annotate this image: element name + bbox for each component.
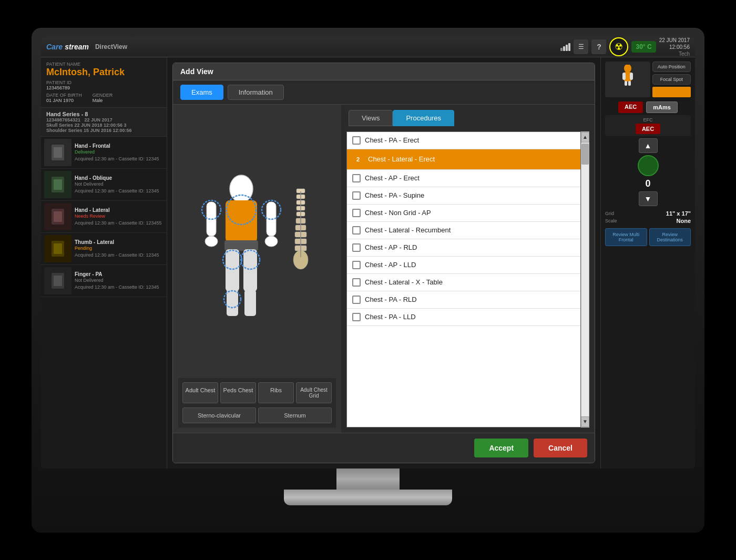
list-item[interactable]: Finger - PA Not Delivered Acquired 12:30… bbox=[41, 265, 167, 297]
monitor: Carestream DirectView ☰ ? ☢ 30° C 22 JUN… bbox=[32, 28, 704, 533]
list-item[interactable]: Chest - Lateral - X - Table bbox=[347, 274, 580, 291]
svg-rect-42 bbox=[630, 73, 633, 80]
list-checkbox[interactable] bbox=[352, 191, 361, 200]
list-item[interactable]: Hand - Lateral Needs Review Acquired 12:… bbox=[41, 201, 167, 233]
btn-peds-chest[interactable]: Peds Chest bbox=[220, 382, 256, 403]
tab-procedures[interactable]: Procedures bbox=[393, 110, 454, 126]
svg-rect-9 bbox=[54, 276, 62, 286]
focal-spot-button[interactable]: Focal Spot bbox=[652, 74, 691, 85]
logo-care: Care bbox=[46, 43, 63, 51]
procedure-list[interactable]: Chest - PA - Erect 2 Chest - Lateral - E… bbox=[346, 131, 581, 427]
down-arrow-button[interactable]: ▼ bbox=[639, 191, 658, 206]
list-checkbox[interactable] bbox=[352, 296, 361, 304]
series-header: Hand Series - 8 1234987654321 22 JUN 201… bbox=[41, 108, 167, 137]
list-item[interactable]: Chest - PA - LLD bbox=[347, 309, 580, 326]
patient-info: Patient Name McIntosh, Patrick Patient I… bbox=[41, 57, 167, 108]
list-item[interactable]: Chest - Non Grid - AP bbox=[347, 205, 580, 222]
svg-rect-5 bbox=[54, 211, 62, 222]
btn-adult-chest[interactable]: Adult Chest bbox=[182, 382, 218, 403]
list-panel: Views Procedures Chest - PA - Erect bbox=[341, 105, 595, 433]
accept-button[interactable]: Accept bbox=[474, 439, 528, 457]
list-checkbox[interactable] bbox=[352, 226, 361, 235]
temperature-display: 30° C bbox=[631, 41, 656, 53]
list-item[interactable]: Chest - PA - RLD bbox=[347, 291, 580, 309]
thumbnail-image bbox=[44, 171, 71, 198]
mams-button[interactable]: mAms bbox=[646, 101, 678, 113]
radiation-icon: ☢ bbox=[609, 37, 628, 56]
help-icon[interactable]: ? bbox=[591, 39, 606, 54]
add-view-dialog: Add View Exams Information bbox=[172, 63, 595, 463]
tab-information[interactable]: Information bbox=[228, 85, 284, 100]
patient-id: 123456789 bbox=[46, 85, 71, 90]
right-panel: Auto Position Focal Spot AEC mAms EFC AE… bbox=[600, 57, 695, 469]
list-checkbox[interactable] bbox=[352, 313, 361, 321]
thumbnail-image bbox=[44, 267, 71, 294]
signal-icon bbox=[560, 43, 570, 51]
cancel-button[interactable]: Cancel bbox=[534, 439, 587, 457]
tab-views[interactable]: Views bbox=[349, 110, 393, 126]
btn-sterno-clavicular[interactable]: Sterno-clavicular bbox=[182, 408, 256, 423]
gender-label: Gender bbox=[93, 93, 113, 98]
item-label: Chest - AP - RLD bbox=[365, 243, 575, 251]
list-scrollbar[interactable]: ▲ ▼ bbox=[581, 131, 589, 427]
scroll-down-arrow[interactable]: ▼ bbox=[581, 416, 589, 427]
list-item[interactable]: Chest - PA - Erect bbox=[347, 132, 580, 149]
center-area: Add View Exams Information bbox=[167, 57, 600, 469]
list-item[interactable]: Thumb - Lateral Pending Acquired 12:30 a… bbox=[41, 233, 167, 265]
list-item[interactable]: Hand - Oblique Not Delivered Acquired 12… bbox=[41, 169, 167, 201]
item-label: Chest - Non Grid - AP bbox=[365, 209, 575, 217]
list-checkbox[interactable] bbox=[352, 261, 361, 269]
monitor-stand-neck bbox=[336, 469, 400, 490]
aec-button[interactable]: AEC bbox=[618, 101, 643, 113]
thumbnail-meta: Finger - PA Not Delivered Acquired 12:30… bbox=[75, 271, 163, 290]
list-item[interactable]: Chest - AP - LLD bbox=[347, 257, 580, 274]
svg-rect-3 bbox=[54, 179, 62, 190]
sidebar: Patient Name McIntosh, Patrick Patient I… bbox=[41, 57, 167, 469]
svg-point-20 bbox=[265, 236, 278, 247]
list-item[interactable]: Chest - PA - Supine bbox=[347, 187, 580, 205]
svg-rect-11 bbox=[226, 200, 257, 242]
list-content: Chest - PA - Erect 2 Chest - Lateral - E… bbox=[341, 126, 595, 433]
review-multi-button[interactable]: Review Multi Frontal bbox=[605, 228, 647, 246]
dialog-footer: Accept Cancel bbox=[173, 433, 595, 463]
body-diagram bbox=[189, 157, 325, 331]
list-item[interactable]: Chest - Lateral - Recumbent bbox=[347, 222, 580, 239]
scroll-thumb[interactable] bbox=[581, 144, 589, 165]
list-checkbox[interactable] bbox=[352, 209, 361, 217]
up-arrow-button[interactable]: ▲ bbox=[639, 138, 658, 153]
tab-exams[interactable]: Exams bbox=[180, 85, 223, 100]
svg-rect-44 bbox=[628, 81, 631, 86]
body-panel: Adult Chest Peds Chest Ribs Adult Chest … bbox=[173, 105, 341, 433]
svg-point-39 bbox=[624, 65, 631, 73]
logo-stream: stream bbox=[65, 43, 89, 51]
list-checkbox[interactable] bbox=[352, 278, 361, 287]
patient-name-label: Patient Name bbox=[46, 62, 161, 67]
scale-label: Scale bbox=[605, 218, 617, 223]
svg-rect-7 bbox=[54, 243, 62, 254]
auto-position-button[interactable]: Auto Position bbox=[652, 62, 691, 72]
list-item[interactable]: Chest - AP - RLD bbox=[347, 239, 580, 257]
btn-ribs[interactable]: Ribs bbox=[258, 382, 294, 403]
scale-value: None bbox=[677, 218, 691, 224]
list-item[interactable]: Chest - AP - Erect bbox=[347, 170, 580, 187]
monitor-stand-base bbox=[284, 490, 452, 505]
list-checkbox[interactable] bbox=[352, 174, 361, 182]
menu-icon[interactable]: ☰ bbox=[574, 39, 588, 54]
thumbnail-image bbox=[44, 235, 71, 262]
efc-aec-button[interactable]: AEC bbox=[636, 124, 660, 134]
btn-adult-chest-grid[interactable]: Adult Chest Grid bbox=[296, 382, 332, 403]
scroll-up-arrow[interactable]: ▲ bbox=[581, 132, 589, 142]
item-label: Chest - PA - RLD bbox=[365, 296, 575, 303]
scroll-track[interactable] bbox=[581, 142, 589, 416]
list-checkbox[interactable] bbox=[352, 136, 361, 145]
list-item[interactable]: Hand - Frontal Delivered Acquired 12:30 … bbox=[41, 137, 167, 169]
svg-rect-41 bbox=[622, 73, 626, 80]
topbar-icons: ☰ ? ☢ 30° C 22 JUN 2017 12:00:56 Tech bbox=[560, 37, 690, 57]
item-label: Chest - PA - LLD bbox=[365, 313, 575, 321]
logo-dv: DirectView bbox=[95, 43, 127, 50]
btn-sternum[interactable]: Sternum bbox=[258, 408, 332, 423]
list-checkbox[interactable] bbox=[352, 243, 361, 252]
svg-point-19 bbox=[205, 236, 218, 247]
review-destinations-button[interactable]: Review Destinations bbox=[649, 228, 691, 246]
list-item[interactable]: 2 Chest - Lateral - Erect bbox=[347, 149, 580, 170]
